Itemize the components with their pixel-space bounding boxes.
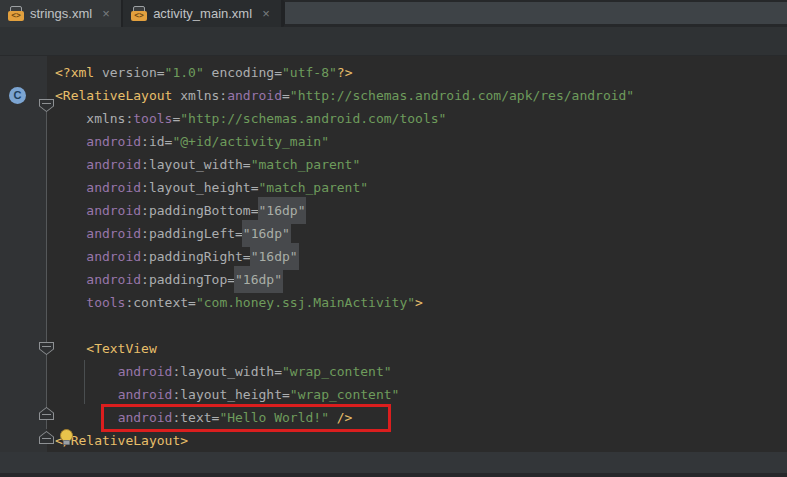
- tab-bar-empty-area: [283, 0, 787, 27]
- code-line: android:layout_height="wrap_content": [55, 383, 787, 406]
- code-line: [55, 314, 787, 337]
- code-line: </RelativeLayout>: [55, 429, 787, 452]
- class-icon[interactable]: C: [9, 87, 26, 104]
- code-line: android:paddingBottom="16dp": [55, 199, 787, 222]
- fold-marker-relativelayout-end[interactable]: [39, 431, 54, 444]
- editor-tab-bar: <> strings.xml × <> activity_main.xml ×: [0, 0, 787, 27]
- bottom-edge: [0, 473, 787, 477]
- tab-activity-main-xml[interactable]: <> activity_main.xml ×: [123, 0, 283, 27]
- fold-region-line: [46, 112, 47, 429]
- close-icon[interactable]: ×: [260, 7, 272, 20]
- lightbulb-icon[interactable]: [59, 429, 74, 450]
- code-line: android:id="@+id/activity_main": [55, 130, 787, 153]
- code-line: <?xml version="1.0" encoding="utf-8"?>: [55, 61, 787, 84]
- code-lines: <?xml version="1.0" encoding="utf-8"?><R…: [0, 61, 787, 452]
- tab-label: activity_main.xml: [153, 6, 252, 21]
- close-icon[interactable]: ×: [100, 7, 112, 20]
- tab-label: strings.xml: [30, 6, 92, 21]
- tab-strings-xml[interactable]: <> strings.xml ×: [0, 0, 123, 27]
- xml-file-icon: <>: [8, 6, 24, 22]
- fold-marker-textview[interactable]: [39, 342, 54, 355]
- code-line: android:layout_width="wrap_content": [55, 360, 787, 383]
- code-line: android:layout_height="match_parent": [55, 176, 787, 199]
- editor-top-strip: [0, 27, 787, 56]
- bottom-band: [0, 452, 787, 473]
- xml-file-icon: <>: [131, 6, 147, 22]
- code-line: android:paddingLeft="16dp": [55, 222, 787, 245]
- code-line: <TextView: [55, 337, 787, 360]
- code-line: android:paddingTop="16dp": [55, 268, 787, 291]
- code-line: android:paddingRight="16dp": [55, 245, 787, 268]
- code-line: <RelativeLayout xmlns:android="http://sc…: [55, 84, 787, 107]
- ide-window: <> strings.xml × <> activity_main.xml × …: [0, 0, 787, 477]
- fold-marker-relativelayout[interactable]: [39, 99, 54, 112]
- code-line: tools:context="com.honey.ssj.MainActivit…: [55, 291, 787, 314]
- indent-guide: [84, 360, 85, 404]
- code-line: android:layout_width="match_parent": [55, 153, 787, 176]
- code-line: xmlns:tools="http://schemas.android.com/…: [55, 107, 787, 130]
- annotation-red-box: [101, 404, 391, 432]
- fold-marker-textview-end[interactable]: [39, 407, 54, 420]
